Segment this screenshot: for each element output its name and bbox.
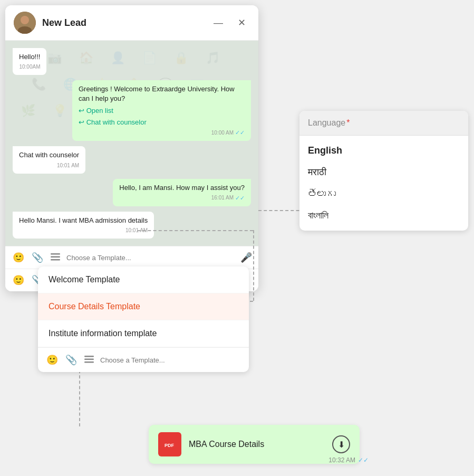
language-label: Language* [299,111,468,136]
template-option-welcome[interactable]: Welcome Template [38,266,249,293]
emoji-button[interactable]: 🙂 [12,251,25,264]
chat-input-top: 🙂 📎 🎤 [5,246,258,269]
open-list-link[interactable]: Open list [79,106,245,116]
tick-icon: ✓✓ [235,129,245,137]
attach-button-3[interactable]: 📎 [64,353,78,367]
svg-text:PDF: PDF [165,443,175,448]
template-search-row: 🙂 📎 [38,347,249,372]
chat-window: New Lead — ✕ 📅 📷 🏠 👤 📄 🔒 🎵 📞 🌐 ⭐ 🔔 💬 📧 🌿… [5,5,258,291]
language-list: English मराठी తెలుగు বাংলালি [299,136,468,231]
template-search-input[interactable] [100,356,241,364]
svg-rect-3 [51,253,60,255]
pdf-time-row: 10:32 AM ✓✓ [328,456,369,464]
connector-line-2 [253,230,254,301]
chat-header: New Lead — ✕ [5,5,258,41]
language-option-marathi[interactable]: मराठी [299,161,468,183]
language-option-telugu[interactable]: తెలుగు [299,183,468,205]
attach-button[interactable]: 📎 [31,251,44,264]
chat-body: 📅 📷 🏠 👤 📄 🔒 🎵 📞 🌐 ⭐ 🔔 💬 📧 🌿 💡 📱 🔍 🎯 🖊️ H… [5,41,258,246]
message-bubble-sent: Greetings ! Welcome to Extraardge Univer… [72,80,251,141]
message-bubble-sent: Hello, I am Mansi. How may I assist you?… [113,179,251,207]
close-button[interactable]: ✕ [234,15,250,31]
emoji-button-3[interactable]: 🙂 [45,353,59,367]
pdf-card: PDF MBA Course Details ⬇ [149,425,360,464]
download-button[interactable]: ⬇ [332,435,350,453]
message-text: Hello!!! [19,53,40,61]
message-row: Hello Mansi. I want MBA admission detail… [13,212,251,239]
connector-line-1 [137,230,253,231]
template-option-course[interactable]: Course Details Template [38,293,249,320]
language-dropdown: Language* English मराठी తెలుగు বাংলালি [299,111,468,231]
message-text: Hello, I am Mansi. How may I assist you? [119,184,245,192]
minimize-button[interactable]: — [209,15,227,31]
message-row: Hello!!! 10:00AM [13,48,251,75]
language-option-bengali[interactable]: বাংলালি [299,205,468,226]
pdf-filename: MBA Course Details [189,440,325,449]
chat-counselor-link[interactable]: Chat with counselor [79,118,245,127]
message-text: Greetings ! Welcome to Extraardge Univer… [79,85,235,102]
avatar [14,12,36,34]
template-dropdown: Welcome Template Course Details Template… [38,266,249,372]
pdf-tick-icon: ✓✓ [358,456,369,464]
svg-rect-11 [84,361,94,363]
message-text: Chat with counselor [19,151,79,159]
template-button[interactable] [50,251,61,264]
message-time: 10:01 AM [19,227,148,234]
svg-point-1 [21,16,29,24]
message-time: 10:01 AM [19,162,79,169]
pdf-icon: PDF [158,432,181,456]
message-row: Hello, I am Mansi. How may I assist you?… [13,179,251,207]
template-button-3[interactable] [83,354,95,367]
message-row: Chat with counselor 10:01 AM [13,146,251,173]
language-option-english[interactable]: English [299,140,468,161]
svg-rect-10 [84,358,94,360]
message-text: Hello Mansi. I want MBA admission detail… [19,216,148,224]
message-bubble-received: Hello!!! 10:00AM [13,48,46,75]
svg-rect-9 [84,356,94,357]
template-option-institute[interactable]: Institute information template [38,320,249,347]
emoji-button-2[interactable]: 🙂 [12,273,25,287]
message-time: 10:00 AM ✓✓ [79,129,245,137]
svg-rect-5 [51,259,60,261]
message-bubble-received: Hello Mansi. I want MBA admission detail… [13,212,154,239]
message-time: 10:00AM [19,63,40,71]
template-input[interactable] [66,254,235,262]
pdf-time: 10:32 AM [328,456,355,464]
message-time: 16:01 AM ✓✓ [119,194,245,202]
mic-button[interactable]: 🎤 [240,252,252,263]
message-bubble-received: Chat with counselor 10:01 AM [13,146,85,173]
message-row: Greetings ! Welcome to Extraardge Univer… [13,80,251,141]
svg-rect-4 [51,256,60,258]
chat-title: New Lead [42,17,203,28]
tick-icon: ✓✓ [235,194,245,202]
